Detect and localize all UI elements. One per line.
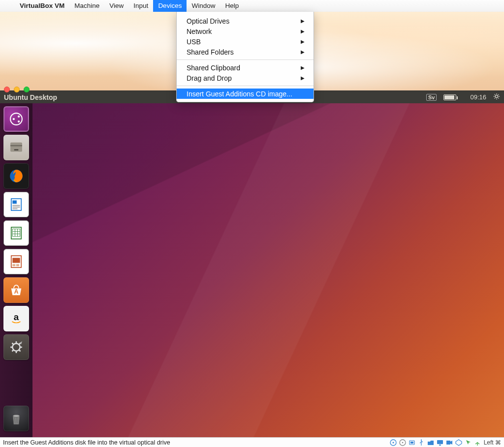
svg-point-4 bbox=[18, 120, 20, 122]
svg-point-3 bbox=[18, 116, 20, 118]
status-recording-icon[interactable] bbox=[446, 439, 453, 446]
svg-point-37 bbox=[421, 439, 422, 440]
launcher-libreoffice-writer[interactable] bbox=[3, 192, 29, 217]
svg-rect-22 bbox=[12, 264, 15, 266]
menuitem-label: Shared Folders bbox=[187, 48, 234, 56]
menu-input[interactable]: Input bbox=[128, 0, 153, 12]
unity-launcher: A a bbox=[0, 103, 32, 437]
svg-point-32 bbox=[392, 442, 394, 443]
launcher-libreoffice-calc[interactable] bbox=[3, 220, 29, 246]
launcher-dash[interactable] bbox=[3, 106, 29, 132]
menu-help[interactable]: Help bbox=[220, 0, 244, 12]
ubuntu-wallpaper[interactable] bbox=[32, 103, 504, 437]
svg-rect-10 bbox=[12, 201, 16, 204]
menu-separator bbox=[177, 86, 314, 86]
menuitem-network[interactable]: Network ▶ bbox=[177, 26, 314, 36]
svg-rect-23 bbox=[16, 264, 19, 266]
clock[interactable]: 09:16 bbox=[470, 93, 486, 101]
window-minimize-button[interactable] bbox=[14, 87, 20, 92]
window-close-button[interactable] bbox=[4, 87, 10, 92]
menuitem-optical-drives[interactable]: Optical Drives ▶ bbox=[177, 16, 314, 26]
status-keyboard-icon[interactable] bbox=[474, 439, 481, 446]
keyboard-layout-indicator[interactable]: Sv bbox=[426, 94, 437, 101]
devices-dropdown: Optical Drives ▶ Network ▶ USB ▶ Shared … bbox=[176, 12, 314, 102]
svg-rect-7 bbox=[14, 149, 19, 150]
svg-rect-13 bbox=[12, 209, 17, 209]
svg-rect-12 bbox=[12, 207, 20, 208]
menu-app-name[interactable]: VirtualBox VM bbox=[15, 0, 69, 12]
status-disc-icon[interactable] bbox=[390, 439, 397, 446]
menuitem-label: Drag and Drop bbox=[187, 74, 232, 82]
submenu-arrow-icon: ▶ bbox=[301, 18, 305, 24]
submenu-arrow-icon: ▶ bbox=[301, 75, 305, 81]
menu-window[interactable]: Window bbox=[187, 0, 220, 12]
menuitem-label: USB bbox=[187, 38, 201, 46]
launcher-system-settings[interactable] bbox=[3, 334, 29, 360]
status-shared-folder-icon[interactable] bbox=[427, 439, 434, 446]
status-vrde-icon[interactable] bbox=[455, 439, 462, 446]
launcher-ubuntu-software[interactable]: A bbox=[3, 277, 29, 303]
svg-point-27 bbox=[13, 415, 20, 417]
svg-rect-11 bbox=[12, 205, 20, 206]
svg-rect-40 bbox=[446, 441, 450, 445]
menu-view[interactable]: View bbox=[104, 0, 128, 12]
menu-separator bbox=[177, 60, 314, 60]
status-display-icon[interactable] bbox=[437, 439, 443, 446]
ubuntu-desktop-area: A a bbox=[0, 103, 504, 437]
svg-point-1 bbox=[10, 113, 22, 125]
menuitem-insert-guest-additions[interactable]: Insert Guest Additions CD image... bbox=[177, 89, 314, 99]
svg-point-26 bbox=[12, 343, 20, 351]
launcher-amazon[interactable]: a bbox=[3, 306, 29, 331]
menuitem-usb[interactable]: USB ▶ bbox=[177, 36, 314, 47]
vm-statusbar: Insert the Guest Additions disk file int… bbox=[0, 437, 504, 447]
svg-rect-36 bbox=[410, 442, 413, 444]
status-hdd-icon[interactable] bbox=[399, 439, 406, 446]
menuitem-drag-and-drop[interactable]: Drag and Drop ▶ bbox=[177, 73, 314, 83]
svg-text:a: a bbox=[14, 312, 19, 322]
panel-indicators: Sv 09:16 bbox=[419, 93, 500, 101]
menuitem-shared-folders[interactable]: Shared Folders ▶ bbox=[177, 47, 314, 57]
window-zoom-button[interactable] bbox=[24, 87, 30, 92]
host-key-indicator: Left ⌘ bbox=[484, 439, 501, 446]
launcher-files[interactable] bbox=[3, 135, 29, 160]
status-mouse-integration-icon[interactable] bbox=[465, 439, 472, 446]
svg-point-0 bbox=[495, 95, 498, 97]
menu-devices[interactable]: Devices bbox=[153, 0, 187, 12]
launcher-trash[interactable] bbox=[3, 406, 29, 431]
menuitem-shared-clipboard[interactable]: Shared Clipboard ▶ bbox=[177, 62, 314, 73]
menuitem-label: Shared Clipboard bbox=[187, 64, 240, 72]
svg-point-34 bbox=[402, 442, 403, 443]
launcher-libreoffice-impress[interactable] bbox=[3, 249, 29, 274]
window-traffic-lights bbox=[4, 87, 30, 92]
mac-menubar: VirtualBox VM Machine View Input Devices… bbox=[0, 0, 504, 12]
battery-icon[interactable] bbox=[443, 94, 456, 100]
statusbar-icons bbox=[390, 439, 481, 446]
menu-machine[interactable]: Machine bbox=[69, 0, 104, 12]
vm-window: Ubuntu Desktop Sv 09:16 bbox=[0, 90, 504, 447]
svg-point-2 bbox=[13, 118, 15, 120]
svg-rect-38 bbox=[437, 440, 443, 444]
svg-text:A: A bbox=[14, 288, 19, 295]
submenu-arrow-icon: ▶ bbox=[301, 29, 305, 34]
svg-rect-6 bbox=[10, 145, 22, 147]
launcher-firefox[interactable] bbox=[3, 163, 29, 189]
submenu-arrow-icon: ▶ bbox=[301, 49, 305, 55]
status-network-icon[interactable] bbox=[409, 439, 415, 446]
menuitem-label: Network bbox=[187, 28, 212, 35]
status-usb-icon[interactable] bbox=[418, 439, 425, 446]
submenu-arrow-icon: ▶ bbox=[301, 65, 305, 70]
svg-rect-21 bbox=[12, 258, 20, 263]
menuitem-label: Optical Drives bbox=[187, 17, 229, 25]
submenu-arrow-icon: ▶ bbox=[301, 39, 305, 44]
svg-rect-39 bbox=[439, 445, 441, 446]
statusbar-message: Insert the Guest Additions disk file int… bbox=[3, 439, 390, 446]
gear-icon[interactable] bbox=[493, 93, 500, 101]
menuitem-label: Insert Guest Additions CD image... bbox=[187, 90, 292, 98]
